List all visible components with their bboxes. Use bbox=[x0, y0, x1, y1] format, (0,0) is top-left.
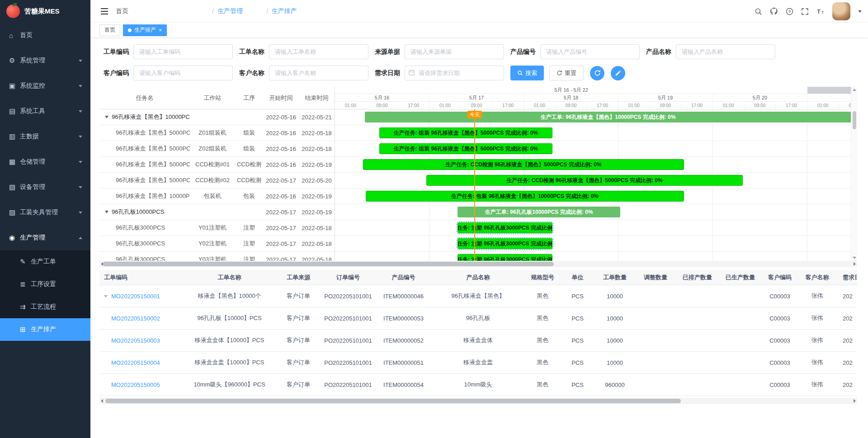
product-code-input[interactable] bbox=[540, 44, 640, 59]
sidebar-item-fixture[interactable]: ▨工装夹具管理 bbox=[0, 200, 90, 225]
table-row[interactable]: MO20220515000296孔孔板【10000】PCS客户订单PO20220… bbox=[99, 307, 857, 330]
gantt-horizontal-scrollbar[interactable] bbox=[99, 261, 857, 267]
gantt-task-row[interactable]: 96孔孔板3000PCSY03注塑机注塑2022-05-172022-05-18 bbox=[99, 252, 335, 261]
gantt-vertical-scrollbar[interactable] bbox=[851, 87, 857, 261]
search-icon[interactable] bbox=[755, 8, 762, 15]
work-order-code-input[interactable] bbox=[133, 44, 233, 59]
cell-14: 202 bbox=[836, 359, 857, 366]
gantt-hour-label: 09:00 bbox=[556, 102, 587, 109]
scroll-down-arrow[interactable] bbox=[853, 257, 856, 259]
sidebar-item-label: 首页 bbox=[20, 31, 33, 39]
source-doc-input[interactable] bbox=[405, 44, 504, 59]
breadcrumb-home[interactable]: 首页 bbox=[116, 7, 208, 15]
gantt-task-row[interactable]: 96孔孔板10000PCS2022-05-172022-05-19 bbox=[99, 204, 335, 220]
sidebar-toggle-icon[interactable] bbox=[100, 8, 108, 15]
breadcrumb-production-management[interactable]: 生产管理 bbox=[217, 7, 263, 15]
refresh-button[interactable] bbox=[590, 66, 604, 80]
order-code-link[interactable]: MO202205150004 bbox=[111, 359, 160, 366]
filter-field-source-doc: 来源单据 bbox=[375, 44, 504, 59]
sidebar-subitem-scheduling[interactable]: ⊞生产排产 bbox=[0, 318, 90, 341]
breadcrumb-production-scheduling[interactable]: 生产排产 bbox=[272, 7, 326, 15]
gantt-next-range-block bbox=[807, 87, 851, 94]
task-bar[interactable]: 生产任务: CCD检测 96孔移液盒【黑色】5000PCS 完成比例: 0% bbox=[363, 159, 684, 170]
demand-date-input[interactable] bbox=[405, 66, 504, 80]
gantt-bar-row: 生产工单: 96孔移液盒【黑色】10000PCS 完成比例: 0% bbox=[335, 109, 851, 125]
sidebar-item-production[interactable]: ◉生产管理 bbox=[0, 225, 90, 250]
sidebar-item-warehouse[interactable]: ▦仓储管理 bbox=[0, 149, 90, 174]
scroll-left-arrow[interactable] bbox=[101, 399, 103, 403]
scrollbar-thumb[interactable] bbox=[853, 111, 856, 129]
sidebar-item-master-data[interactable]: ▥主数据 bbox=[0, 124, 90, 149]
order-code-link[interactable]: MO202205150003 bbox=[111, 337, 160, 344]
product-name-input[interactable] bbox=[676, 44, 775, 59]
help-icon[interactable]: ? bbox=[786, 8, 793, 15]
station-cell: Z01组装机 bbox=[190, 129, 235, 137]
table-row[interactable]: MO202205150001移液盒【黑色】10000个客户订单PO2022051… bbox=[99, 285, 857, 307]
sidebar-subitem-process-setting[interactable]: ≣工序设置 bbox=[0, 273, 90, 296]
sidebar-item-home[interactable]: ⌂首页 bbox=[0, 23, 90, 48]
filter-field-customer-code: 客户编码 bbox=[104, 66, 233, 80]
table-row[interactable]: MO20220515000510mm吸头【960000】PCS客户订单PO202… bbox=[99, 374, 857, 396]
sidebar-subitem-work-order[interactable]: ✎生产工单 bbox=[0, 250, 90, 273]
station-cell: Z02组装机 bbox=[190, 145, 235, 153]
gantt-task-row[interactable]: 96孔移液盒【黑色】5000PCSCCD检测#01CCD检测2022-05-16… bbox=[99, 157, 335, 173]
scrollbar-thumb[interactable] bbox=[105, 399, 681, 403]
order-code-link[interactable]: MO202205150001 bbox=[111, 293, 160, 300]
font-size-icon[interactable]: TT bbox=[816, 8, 825, 15]
cell-3: PO202205101001 bbox=[321, 359, 375, 366]
tab-home[interactable]: 首页 bbox=[99, 24, 120, 36]
expand-arrow-icon[interactable] bbox=[105, 211, 108, 213]
task-bar[interactable]: 生产任务: 注塑 96孔孔板3000PCS 完成比例: 0% bbox=[458, 238, 552, 249]
task-bar[interactable]: 生产任务: 注塑 96孔孔板3000PCS 完成比例: 0% bbox=[458, 254, 552, 261]
table-row[interactable]: MO202205150003移液盒盒体【10000】PCS客户订单PO20220… bbox=[99, 330, 857, 352]
fullscreen-icon[interactable] bbox=[801, 8, 809, 15]
gantt-task-row[interactable]: 96孔孔板3000PCSY02注塑机注塑2022-05-172022-05-18 bbox=[99, 236, 335, 252]
scrollbar-thumb[interactable] bbox=[103, 262, 554, 266]
caret-down-icon[interactable] bbox=[858, 10, 862, 13]
gantt-timeline: 5月 16 - 5月 22 5月 165月 175月 185月 195月 20 … bbox=[335, 87, 851, 261]
reset-button[interactable]: 重置 bbox=[549, 66, 584, 80]
task-bar[interactable]: 生产任务: CCD检测 96孔移液盒【黑色】5000PCS 完成比例: 0% bbox=[426, 175, 743, 186]
gantt-task-row[interactable]: 96孔移液盒【黑色】5000PCSZ02组装机组装2022-05-162022-… bbox=[99, 141, 335, 157]
task-bar[interactable]: 生产任务: 注塑 96孔孔板3000PCS 完成比例: 0% bbox=[458, 222, 552, 233]
customer-code-input[interactable] bbox=[133, 66, 233, 80]
gantt-table-header: 任务名工作站工序开始时间结束时间 bbox=[99, 87, 335, 109]
scroll-right-arrow[interactable] bbox=[854, 399, 856, 403]
order-code-link[interactable]: MO202205150005 bbox=[111, 381, 160, 388]
work-order-bar[interactable]: 生产工单: 96孔移液盒【黑色】10000PCS 完成比例: 0% bbox=[365, 112, 851, 122]
sidebar-subitem-process-flow[interactable]: ⇉工艺流程 bbox=[0, 296, 90, 318]
monitor-icon: ▣ bbox=[9, 82, 20, 90]
work-order-bar[interactable]: 生产工单: 96孔孔板10000PCS 完成比例: 0% bbox=[458, 207, 620, 217]
row-expand-icon[interactable] bbox=[104, 295, 108, 297]
table-horizontal-scrollbar[interactable] bbox=[99, 398, 857, 404]
gantt-task-row[interactable]: 96孔移液盒【黑色】5000PCSCCD检测#02CCD检测2022-05-17… bbox=[99, 173, 335, 188]
scroll-up-arrow[interactable] bbox=[853, 89, 856, 91]
start-cell: 2022-05-17 bbox=[263, 177, 299, 184]
order-code-link[interactable]: MO202205150002 bbox=[111, 315, 160, 322]
sidebar-item-system-monitor[interactable]: ▣系统监控 bbox=[0, 73, 90, 99]
sidebar-item-equipment[interactable]: ▧设备管理 bbox=[0, 174, 90, 200]
expand-arrow-icon[interactable] bbox=[105, 116, 108, 118]
tab-production-scheduling[interactable]: 生产排产 × bbox=[123, 24, 167, 36]
search-button[interactable]: 搜索 bbox=[510, 66, 544, 80]
sidebar-item-system-tools[interactable]: ▤系统工具 bbox=[0, 99, 90, 124]
gantt-task-row[interactable]: 96孔孔板3000PCSY01注塑机注塑2022-05-172022-05-18 bbox=[99, 220, 335, 236]
close-icon[interactable]: × bbox=[159, 27, 162, 33]
filter-row-2: 客户编码客户名称需求日期 搜索 重置 bbox=[104, 66, 868, 80]
work-order-name-input[interactable] bbox=[269, 44, 368, 59]
column-header-8: 工单数量 bbox=[594, 273, 635, 282]
sidebar-item-system-admin[interactable]: ⚙系统管理 bbox=[0, 48, 90, 73]
github-icon[interactable] bbox=[770, 7, 778, 15]
task-bar[interactable]: 生产任务: 组装 96孔移液盒【黑色】5000PCS 完成比例: 0% bbox=[379, 127, 552, 138]
scroll-right-arrow[interactable] bbox=[854, 262, 856, 266]
customer-name-input[interactable] bbox=[269, 66, 368, 80]
gantt-bar-row: 生产任务: CCD检测 96孔移液盒【黑色】5000PCS 完成比例: 0% bbox=[335, 157, 851, 173]
gantt-task-row[interactable]: 96孔移液盒【黑色】5000PCSZ01组装机组装2022-05-162022-… bbox=[99, 125, 335, 141]
table-row[interactable]: MO202205150004移液盒盒盖【10000】PCS客户订单PO20220… bbox=[99, 352, 857, 374]
gantt-task-row[interactable]: 96孔移液盒【黑色】10000PCS2022-05-162022-05-21 bbox=[99, 109, 335, 125]
avatar[interactable] bbox=[832, 2, 850, 20]
edit-button[interactable] bbox=[611, 66, 625, 80]
task-bar[interactable]: 生产任务: 包装 96孔移液盒【黑色】10000PCS 完成比例: 0% bbox=[366, 191, 684, 202]
gantt-task-row[interactable]: 96孔移液盒【黑色】10000PCS包装机包装2022-05-162022-05… bbox=[99, 188, 335, 204]
task-bar[interactable]: 生产任务: 组装 96孔移液盒【黑色】5000PCS 完成比例: 0% bbox=[379, 143, 552, 154]
